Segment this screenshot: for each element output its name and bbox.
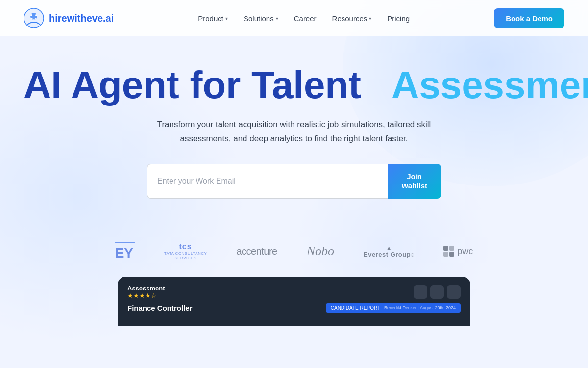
nav-pricing[interactable]: Pricing xyxy=(387,14,410,23)
logo-icon xyxy=(24,8,44,28)
assessment-label: Assessment xyxy=(127,285,165,292)
card-job-title: Finance Controller xyxy=(127,304,193,312)
hero-section: AI Agent for Talent Assessment Transform… xyxy=(0,36,588,242)
nav-career[interactable]: Career xyxy=(294,14,317,23)
assessment-card: Assessment ★★★★☆ Finance Controller CAND… xyxy=(118,277,470,326)
chevron-down-icon: ▾ xyxy=(225,16,228,21)
logo-nobo: Nobo xyxy=(307,244,334,259)
chevron-down-icon: ▾ xyxy=(369,16,371,21)
email-form: Join Waitlist xyxy=(147,164,441,199)
svg-point-2 xyxy=(30,14,32,16)
email-input[interactable] xyxy=(147,164,388,199)
nav-product[interactable]: Product ▾ xyxy=(198,14,228,23)
ctrl-btn-3[interactable] xyxy=(447,285,461,299)
navbar: hirewitheve.ai Product ▾ Solutions ▾ Car… xyxy=(0,0,588,36)
logo-ey: EY xyxy=(115,242,135,261)
ctrl-btn-2[interactable] xyxy=(430,285,444,299)
chevron-down-icon: ▾ xyxy=(276,16,278,21)
logo-tcs: tcs TATA CONSULTANCYSERVICES xyxy=(164,242,207,260)
nav-links: Product ▾ Solutions ▾ Career Resources ▾… xyxy=(198,14,410,23)
ctrl-btn-1[interactable] xyxy=(414,285,427,299)
nav-solutions[interactable]: Solutions ▾ xyxy=(244,14,278,23)
card-controls xyxy=(414,285,461,299)
logo-accenture: accenture xyxy=(236,246,277,257)
star-rating: ★★★★☆ xyxy=(127,292,165,299)
bottom-card-container: Assessment ★★★★☆ Finance Controller CAND… xyxy=(0,277,588,326)
logo-pwc: pwc xyxy=(443,246,473,257)
nav-resources[interactable]: Resources ▾ xyxy=(332,14,372,23)
hero-title: AI Agent for Talent Assessment xyxy=(24,66,564,104)
logos-section: EY tcs TATA CONSULTANCYSERVICES accentur… xyxy=(0,242,588,277)
logo-everest-group: ▲ Everest Group® xyxy=(364,245,414,258)
join-waitlist-button[interactable]: Join Waitlist xyxy=(388,164,441,199)
logo[interactable]: hirewitheve.ai xyxy=(24,8,114,28)
hero-subtitle: Transform your talent acquisition with r… xyxy=(147,118,441,146)
logo-text: hirewitheve.ai xyxy=(49,13,114,24)
book-demo-button[interactable]: Book a Demo xyxy=(494,8,564,28)
svg-point-3 xyxy=(35,14,37,16)
candidate-report-badge: CANDIDATE REPORT Benedikt Decker | Augus… xyxy=(326,303,461,313)
